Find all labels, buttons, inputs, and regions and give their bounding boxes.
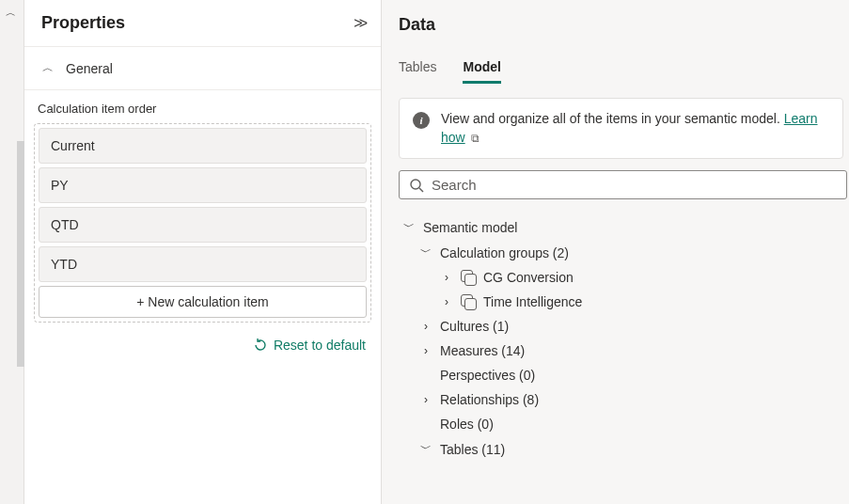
external-link-icon: ⧉ <box>471 132 480 145</box>
tree-label: Measures (14) <box>440 343 525 358</box>
tree-label: Relationships (8) <box>440 392 539 407</box>
tree-node-roles[interactable]: › Roles (0) <box>399 412 845 436</box>
tree-node-tables[interactable]: ﹀ Tables (11) <box>399 436 845 462</box>
calc-item-order-label: Calculation item order <box>34 102 371 123</box>
calc-item[interactable]: Current <box>39 128 367 164</box>
calc-item[interactable]: QTD <box>39 207 367 243</box>
tree-label: Tables (11) <box>440 442 505 457</box>
tree-label: Calculation groups (2) <box>440 245 569 260</box>
info-text: View and organize all of the items in yo… <box>441 110 829 147</box>
tree-label: Semantic model <box>423 220 517 235</box>
chevron-right-icon: › <box>440 295 453 308</box>
tree-node-measures[interactable]: › Measures (14) <box>399 339 845 363</box>
reset-label: Reset to default <box>274 338 366 353</box>
tree-node-calculation-groups[interactable]: ﹀ Calculation groups (2) <box>399 240 845 265</box>
tree-node-perspectives[interactable]: › Perspectives (0) <box>399 363 845 387</box>
chevron-down-icon: ﹀ <box>419 244 432 260</box>
undo-icon <box>253 338 268 353</box>
calc-item[interactable]: YTD <box>39 246 367 282</box>
svg-point-0 <box>411 180 420 189</box>
properties-panel: Properties >> ︿ General Calculation item… <box>24 0 382 504</box>
tree-label: Time Intelligence <box>483 294 582 309</box>
tree-label: Cultures (1) <box>440 319 509 334</box>
properties-title: Properties <box>41 13 125 33</box>
calc-group-icon <box>461 294 476 309</box>
scroll-up-icon[interactable]: ︿ <box>6 6 16 20</box>
chevron-right-icon: › <box>440 271 453 284</box>
tab-model[interactable]: Model <box>463 54 500 84</box>
section-header-general[interactable]: ︿ General <box>24 46 381 89</box>
info-banner: i View and organize all of the items in … <box>399 98 843 159</box>
tree-label: CG Conversion <box>483 270 574 285</box>
reset-to-default-button[interactable]: Reset to default <box>253 338 366 353</box>
tree-node-relationships[interactable]: › Relationships (8) <box>399 387 845 412</box>
chevron-right-icon: › <box>419 320 432 333</box>
chevron-right-icon: › <box>419 344 432 357</box>
section-label-general: General <box>66 61 113 76</box>
info-icon: i <box>413 112 430 129</box>
tree-label: Perspectives (0) <box>440 368 535 383</box>
section-body-general: Calculation item order Current PY QTD YT… <box>24 89 381 370</box>
calc-group-icon <box>461 270 476 285</box>
gutter-marker <box>17 141 24 367</box>
collapsed-nav-gutter: ︿ <box>0 0 24 504</box>
search-input[interactable] <box>432 177 837 193</box>
collapse-panel-icon[interactable]: >> <box>354 15 364 32</box>
info-message: View and organize all of the items in yo… <box>441 111 784 126</box>
chevron-down-icon: ﹀ <box>402 219 416 235</box>
tree-node-calc-group-item[interactable]: › Time Intelligence <box>399 290 845 314</box>
data-tabs: Tables Model <box>399 54 849 85</box>
new-calc-item-button[interactable]: + New calculation item <box>39 286 367 318</box>
data-title: Data <box>399 15 849 35</box>
model-tree: ﹀ Semantic model ﹀ Calculation groups (2… <box>399 214 849 462</box>
tab-tables[interactable]: Tables <box>399 54 436 84</box>
tree-node-cultures[interactable]: › Cultures (1) <box>399 314 845 339</box>
search-input-wrapper[interactable] <box>399 170 847 199</box>
svg-line-1 <box>419 188 423 192</box>
calc-item[interactable]: PY <box>39 167 367 203</box>
tree-node-semantic-model[interactable]: ﹀ Semantic model <box>399 214 845 240</box>
calc-item-order-list: Current PY QTD YTD + New calculation ite… <box>34 123 371 323</box>
tree-node-calc-group-item[interactable]: › CG Conversion <box>399 265 845 290</box>
chevron-up-icon: ︿ <box>41 60 55 76</box>
data-panel: Data Tables Model i View and organize al… <box>382 0 849 504</box>
chevron-right-icon: › <box>419 393 432 406</box>
tree-label: Roles (0) <box>440 417 494 432</box>
search-icon <box>409 178 424 193</box>
chevron-down-icon: ﹀ <box>419 441 432 457</box>
